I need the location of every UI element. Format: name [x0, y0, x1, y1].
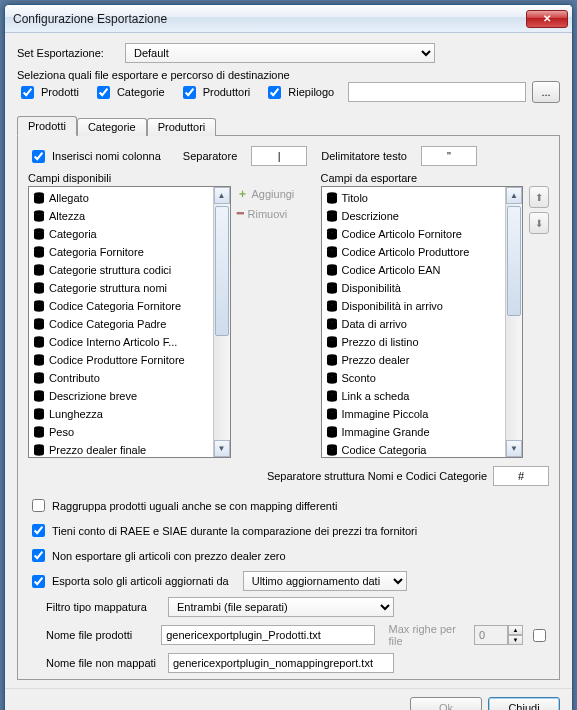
- database-icon: [33, 354, 45, 366]
- chk-insert-column-names[interactable]: Inserisci nomi colonna: [28, 147, 161, 166]
- chk-raee-siae[interactable]: Tieni conto di RAEE e SIAE durante la co…: [28, 521, 541, 540]
- list-item[interactable]: Peso: [29, 423, 213, 441]
- database-icon: [326, 318, 338, 330]
- list-item[interactable]: Prezzo dealer: [322, 351, 506, 369]
- close-icon[interactable]: ✕: [526, 10, 568, 28]
- list-item[interactable]: Disponibilità in arrivo: [322, 297, 506, 315]
- set-export-select[interactable]: Default: [125, 43, 435, 63]
- chk-max-rows[interactable]: [533, 629, 546, 642]
- tab-produttori[interactable]: Produttori: [147, 118, 217, 136]
- list-item[interactable]: Categoria: [29, 225, 213, 243]
- updated-since-select[interactable]: Ultimo aggiornamento dati: [243, 571, 407, 591]
- list-item[interactable]: Contributo: [29, 369, 213, 387]
- chk-no-zero-dealer[interactable]: Non esportare gli articoli con prezzo de…: [28, 546, 541, 565]
- separator-input[interactable]: [251, 146, 307, 166]
- tab-prodotti[interactable]: Prodotti: [17, 116, 77, 136]
- max-rows-spinner[interactable]: ▲▼: [474, 625, 523, 645]
- select-files-label: Seleziona quali file esportare e percors…: [17, 69, 560, 81]
- database-icon: [33, 408, 45, 420]
- list-item[interactable]: Altezza: [29, 207, 213, 225]
- move-up-button[interactable]: ⬆: [529, 186, 549, 208]
- chk-produttori[interactable]: Produttori: [179, 83, 251, 102]
- database-icon: [33, 372, 45, 384]
- database-icon: [33, 264, 45, 276]
- plus-icon: ＋: [237, 186, 248, 201]
- list-item[interactable]: Descrizione breve: [29, 387, 213, 405]
- add-button[interactable]: ＋ Aggiungi: [237, 186, 295, 201]
- list-item[interactable]: Descrizione: [322, 207, 506, 225]
- database-icon: [33, 228, 45, 240]
- file-unmapped-label: Nome file non mappati: [46, 657, 162, 669]
- move-down-button[interactable]: ⬇: [529, 212, 549, 234]
- chk-only-updated[interactable]: Esporta solo gli articoli aggiornati da: [28, 572, 229, 591]
- database-icon: [326, 192, 338, 204]
- database-icon: [33, 246, 45, 258]
- database-icon: [33, 210, 45, 222]
- browse-button[interactable]: ...: [532, 81, 560, 103]
- list-item[interactable]: Codice Categoria Fornitore: [29, 297, 213, 315]
- database-icon: [326, 264, 338, 276]
- minus-icon: ━: [237, 207, 244, 220]
- titlebar: Configurazione Esportazione ✕: [5, 5, 572, 33]
- tab-categorie[interactable]: Categorie: [77, 118, 147, 136]
- window-title: Configurazione Esportazione: [13, 12, 526, 26]
- text-delimiter-label: Delimitatore testo: [321, 150, 407, 162]
- list-item[interactable]: Titolo: [322, 189, 506, 207]
- remove-button[interactable]: ━ Rimuovi: [237, 207, 288, 220]
- database-icon: [33, 282, 45, 294]
- list-item[interactable]: Codice Categoria Padre: [29, 315, 213, 333]
- export-fields-list[interactable]: TitoloDescrizioneCodice Articolo Fornito…: [321, 186, 524, 458]
- list-item[interactable]: Sconto: [322, 369, 506, 387]
- set-export-label: Set Esportazione:: [17, 47, 119, 59]
- mapping-filter-select[interactable]: Entrambi (file separati): [168, 597, 394, 617]
- list-item[interactable]: Codice Interno Articolo F...: [29, 333, 213, 351]
- list-item[interactable]: Codice Articolo Produttore: [322, 243, 506, 261]
- database-icon: [326, 210, 338, 222]
- file-products-label: Nome file prodotti: [46, 629, 155, 641]
- list-item[interactable]: Immagine Piccola: [322, 405, 506, 423]
- scrollbar[interactable]: ▲▼: [213, 187, 230, 457]
- list-item[interactable]: Data di arrivo: [322, 315, 506, 333]
- list-item[interactable]: Categorie struttura nomi: [29, 279, 213, 297]
- list-item[interactable]: Prezzo dealer finale: [29, 441, 213, 457]
- struct-separator-input[interactable]: [493, 466, 549, 486]
- list-item[interactable]: Codice Articolo Fornitore: [322, 225, 506, 243]
- ok-button[interactable]: Ok: [410, 697, 482, 710]
- database-icon: [326, 408, 338, 420]
- database-icon: [33, 318, 45, 330]
- file-unmapped-input[interactable]: [168, 653, 394, 673]
- list-item[interactable]: Link a scheda: [322, 387, 506, 405]
- database-icon: [326, 426, 338, 438]
- list-item[interactable]: Lunghezza: [29, 405, 213, 423]
- list-item[interactable]: Categoria Fornitore: [29, 243, 213, 261]
- database-icon: [33, 390, 45, 402]
- list-item[interactable]: Disponibilità: [322, 279, 506, 297]
- database-icon: [33, 300, 45, 312]
- list-item[interactable]: Allegato: [29, 189, 213, 207]
- chk-riepilogo[interactable]: Riepilogo: [264, 83, 334, 102]
- text-delimiter-input[interactable]: [421, 146, 477, 166]
- separator-label: Separatore: [183, 150, 237, 162]
- destination-path-input[interactable]: [348, 82, 526, 102]
- database-icon: [33, 426, 45, 438]
- list-item[interactable]: Categorie struttura codici: [29, 261, 213, 279]
- close-button[interactable]: Chiudi: [488, 697, 560, 710]
- list-item[interactable]: Codice Categoria: [322, 441, 506, 457]
- list-item[interactable]: Immagine Grande: [322, 423, 506, 441]
- database-icon: [326, 300, 338, 312]
- available-fields-list[interactable]: AllegatoAltezzaCategoriaCategoria Fornit…: [28, 186, 231, 458]
- max-rows-label: Max righe per file: [389, 623, 468, 647]
- chk-prodotti[interactable]: Prodotti: [17, 83, 79, 102]
- export-config-window: Configurazione Esportazione ✕ Set Esport…: [4, 4, 573, 710]
- scrollbar[interactable]: ▲▼: [505, 187, 522, 457]
- database-icon: [33, 192, 45, 204]
- database-icon: [326, 354, 338, 366]
- chk-categorie[interactable]: Categorie: [93, 83, 165, 102]
- chk-group-products[interactable]: Raggruppa prodotti uguali anche se con m…: [28, 496, 541, 515]
- list-item[interactable]: Prezzo di listino: [322, 333, 506, 351]
- database-icon: [33, 336, 45, 348]
- list-item[interactable]: Codice Produttore Fornitore: [29, 351, 213, 369]
- list-item[interactable]: Codice Articolo EAN: [322, 261, 506, 279]
- file-products-input[interactable]: [161, 625, 374, 645]
- database-icon: [326, 336, 338, 348]
